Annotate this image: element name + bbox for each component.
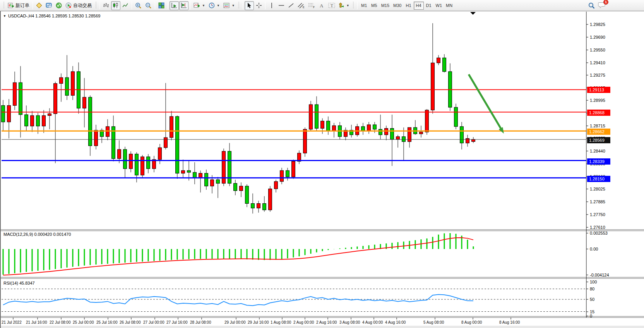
- time-axis-label: 1 Aug 08:00: [271, 320, 291, 325]
- fibonacci-button[interactable]: F: [307, 1, 317, 10]
- line-chart-button[interactable]: [121, 1, 130, 10]
- candle-body: [118, 149, 121, 159]
- candle-body: [187, 170, 191, 172]
- candle-body: [54, 84, 57, 114]
- candle-body: [211, 180, 214, 186]
- candle-body: [228, 151, 231, 184]
- candle-body: [245, 186, 249, 204]
- bar-chart-button[interactable]: [101, 1, 111, 10]
- text-button[interactable]: A: [317, 1, 326, 10]
- candlestick-chart-button[interactable]: [111, 1, 120, 10]
- tile-windows-button[interactable]: [157, 1, 166, 10]
- time-axis-label: 25 Jul 00:00: [73, 320, 94, 325]
- candle-body: [425, 110, 429, 132]
- price-badge-label: 1.28662: [589, 129, 605, 134]
- price-axis-label: 1.29275: [590, 73, 605, 77]
- candle-body: [170, 117, 173, 137]
- time-axis-label: 26 Jul 08:00: [120, 320, 141, 325]
- toolbar-grip[interactable]: [353, 2, 355, 9]
- price-axis-label: 1.29690: [590, 35, 605, 39]
- vertical-line-button[interactable]: [267, 1, 276, 10]
- zoom-out-button[interactable]: [144, 1, 153, 10]
- dropdown-caret-icon: ▼: [217, 4, 220, 7]
- arrows-button[interactable]: ▼: [337, 1, 351, 10]
- new-order-button[interactable]: 新订单: [6, 1, 31, 10]
- toolbar-separator: [99, 2, 100, 9]
- text-label-button[interactable]: T: [327, 1, 337, 10]
- horizontal-line-button[interactable]: [277, 1, 286, 10]
- candle-body: [48, 114, 51, 116]
- macd-axis-label: -0.004124: [590, 273, 609, 277]
- chart-title-bar: ▼ USDCAD-,H4 1.28546 1.28595 1.28530 1.2…: [3, 14, 100, 18]
- search-icon[interactable]: [588, 2, 595, 9]
- timeframe-M5[interactable]: M5: [369, 2, 379, 10]
- candle-body: [123, 149, 127, 169]
- timeframe-D1[interactable]: D1: [424, 2, 434, 10]
- candle-body: [193, 172, 197, 178]
- time-axis-label: 3 Aug 08:00: [339, 320, 360, 325]
- toolbar-separator: [155, 2, 155, 9]
- auto-trading-button[interactable]: 自动交易: [64, 1, 93, 10]
- candle-body: [158, 148, 162, 160]
- line-chart-icon: [122, 2, 128, 9]
- candle-body: [472, 139, 475, 141]
- templates-icon: [223, 2, 230, 9]
- auto-trading-icon: [65, 2, 72, 9]
- periods-button[interactable]: ▼: [207, 1, 221, 10]
- candle-body: [443, 58, 446, 71]
- indicators-button[interactable]: ▼: [192, 1, 207, 10]
- toolbar-grip[interactable]: [238, 2, 240, 9]
- indicators-icon: [194, 2, 200, 9]
- timeframe-M30[interactable]: M30: [391, 2, 403, 10]
- toolbar-grip[interactable]: [3, 2, 5, 9]
- candle-body: [129, 154, 133, 169]
- candle-body: [437, 58, 440, 63]
- time-axis-label: 22 Jul 08:00: [50, 320, 71, 325]
- candle-body: [460, 127, 464, 143]
- chevron-down-icon[interactable]: ▼: [3, 14, 6, 18]
- text-label-icon: T: [328, 2, 335, 9]
- text-icon: A: [319, 2, 324, 9]
- timeframe-M1[interactable]: M1: [359, 2, 369, 10]
- equidistant-channel-icon: E: [298, 2, 305, 9]
- timeframe-H1[interactable]: H1: [404, 2, 414, 10]
- dropdown-caret-icon: ▼: [346, 4, 349, 7]
- price-axis-label: 1.29410: [590, 60, 605, 65]
- chart-shift-button[interactable]: [179, 1, 188, 10]
- zoom-in-button[interactable]: [134, 1, 143, 10]
- candle-body: [251, 203, 255, 208]
- candle-body: [147, 157, 150, 169]
- price-axis-label: 1.27610: [590, 225, 605, 230]
- rsi-axis-label: 0: [590, 314, 592, 318]
- equidistant-channel-button[interactable]: E: [296, 1, 306, 10]
- timeframe-H4[interactable]: H4: [414, 2, 424, 10]
- market-watch-button[interactable]: [34, 1, 44, 10]
- timeframe-M15[interactable]: M15: [379, 2, 391, 10]
- timeframe-W1[interactable]: W1: [434, 2, 444, 10]
- trendline-button[interactable]: [286, 1, 296, 10]
- rsi-axis-label: 50: [590, 297, 594, 302]
- crosshair-button[interactable]: [254, 1, 264, 10]
- candle-body: [420, 132, 423, 134]
- candle-body: [135, 154, 139, 175]
- chat-button[interactable]: 1: [598, 2, 605, 10]
- candle-body: [321, 121, 324, 129]
- toolbar-grip[interactable]: [95, 2, 97, 9]
- candle-body: [31, 115, 34, 126]
- candle-body: [332, 125, 336, 131]
- price-badge-label: 1.29113: [589, 88, 604, 92]
- time-axis-label: 27 Jul 00:00: [143, 320, 164, 325]
- rsi-axis-label: 80: [590, 287, 594, 291]
- cursor-button[interactable]: [245, 1, 254, 10]
- signals-button[interactable]: [54, 1, 63, 10]
- fibonacci-icon: F: [308, 2, 315, 9]
- price-badge-label: 1.28868: [589, 110, 605, 115]
- rsi-axis-label: 100: [590, 280, 597, 284]
- auto-scroll-button[interactable]: [170, 1, 179, 10]
- toolbar-right-group: 1: [588, 2, 605, 10]
- data-window-button[interactable]: [44, 1, 54, 10]
- price-badge-label: 1.28150: [589, 177, 605, 181]
- timeframe-MN[interactable]: MN: [444, 2, 454, 10]
- templates-button[interactable]: ▼: [222, 1, 236, 10]
- candle-body: [257, 203, 260, 208]
